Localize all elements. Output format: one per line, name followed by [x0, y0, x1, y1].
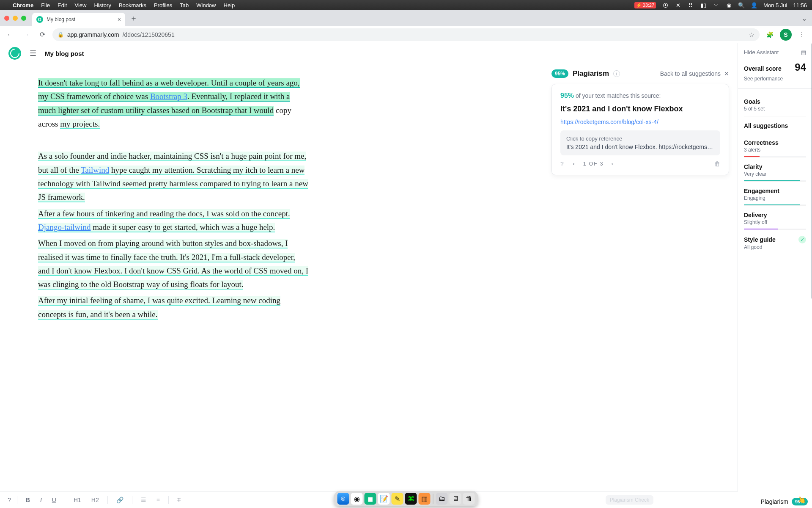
menubar-time[interactable]: 11:56 — [793, 2, 807, 8]
profile-avatar[interactable]: S — [780, 29, 792, 41]
overall-score[interactable]: Overall score 94 — [744, 61, 806, 73]
address-bar[interactable]: 🔒 app.grammarly.com/ddocs/1215020651 ☆ — [52, 28, 760, 41]
dock-terminal-icon[interactable]: ⌘ — [405, 493, 417, 505]
back-to-suggestions[interactable]: Back to all suggestions ✕ — [660, 70, 729, 77]
lock-icon[interactable]: 🔒 — [58, 32, 64, 38]
spotlight-icon[interactable]: 🔍 — [738, 2, 745, 8]
bulleted-list-button[interactable]: ≡ — [154, 496, 162, 504]
new-tab-button[interactable]: ＋ — [128, 12, 140, 24]
h1-button[interactable]: H1 — [71, 496, 84, 504]
dock-trash-icon[interactable]: 🗑 — [463, 493, 475, 505]
pager-prev-icon[interactable]: ‹ — [573, 161, 576, 167]
plagiarism-footer-chip[interactable]: Plagiarism 95% 👆 — [761, 498, 808, 505]
bookmark-star-icon[interactable]: ☆ — [749, 31, 754, 38]
text-fragment[interactable]: When I moved on from playing around with… — [38, 239, 308, 290]
plagiarism-panel: 95% Plagiarism i Back to all suggestions… — [543, 64, 738, 508]
checkmark-icon: ✓ — [798, 236, 806, 243]
sidebar-layout-icon[interactable]: ▤ — [801, 49, 806, 55]
bold-button[interactable]: B — [23, 496, 33, 504]
chrome-tab-strip: G My blog post × ＋ ⌄ — [0, 10, 812, 26]
correctness-block[interactable]: Correctness 3 alerts — [744, 137, 806, 157]
menu-help[interactable]: Help — [224, 2, 235, 8]
close-icon[interactable]: ✕ — [724, 70, 729, 77]
assistant-sidebar: Hide Assistant ▤ Overall score 94 See pe… — [738, 43, 812, 508]
chrome-menu-button[interactable]: ⋮ — [796, 29, 808, 41]
window-minimize-button[interactable] — [13, 16, 18, 21]
plagiarism-card: 95% of your text matches this source: It… — [551, 84, 729, 175]
menu-file[interactable]: File — [41, 2, 50, 8]
menu-tab[interactable]: Tab — [180, 2, 189, 8]
reference-box[interactable]: Click to copy reference It's 2021 and I … — [560, 130, 720, 155]
see-performance-link[interactable]: See performance — [744, 76, 806, 82]
dock-stickies-icon[interactable]: ✎ — [392, 493, 403, 505]
clarity-block[interactable]: Clarity Very clear — [744, 161, 806, 182]
numbered-list-button[interactable]: ☰ — [138, 496, 149, 504]
editor-scroll[interactable]: It doesn't take long to fall behind as a… — [0, 64, 543, 508]
info-icon[interactable]: i — [613, 70, 620, 77]
engagement-sub: Engaging — [744, 195, 806, 201]
h2-button[interactable]: H2 — [89, 496, 102, 504]
battery-icon[interactable]: ▮▯ — [700, 2, 707, 8]
battery-timer-badge[interactable]: ⚡03:27 — [634, 2, 656, 8]
link-bootstrap3[interactable]: Bootstrap 3 — [150, 92, 187, 102]
window-close-button[interactable] — [4, 16, 9, 21]
menu-window[interactable]: Window — [196, 2, 216, 8]
control-center-icon[interactable]: ◉ — [725, 2, 732, 8]
underline-button[interactable]: U — [49, 496, 59, 504]
extensions-icon[interactable]: 🧩 — [764, 31, 776, 38]
grammarly-logo-icon[interactable] — [8, 47, 21, 60]
correctness-sub: 3 alerts — [744, 147, 806, 153]
goals-block[interactable]: Goals 5 of 5 set — [744, 96, 806, 116]
pager-next-icon[interactable]: › — [611, 161, 614, 167]
status-x-icon[interactable]: ✕ — [675, 2, 681, 8]
dock-app2-icon[interactable]: ▥ — [419, 493, 431, 505]
link-tailwind[interactable]: Tailwind — [81, 166, 109, 175]
dock-folder-icon[interactable]: 🗂 — [436, 493, 448, 505]
nav-back-button[interactable]: ← — [4, 29, 16, 41]
goals-title: Goals — [744, 98, 806, 105]
clear-format-button[interactable]: T — [175, 496, 184, 504]
plagiarism-header: 95% Plagiarism i Back to all suggestions… — [551, 69, 729, 78]
document-body[interactable]: It doesn't take long to fall behind as a… — [38, 76, 309, 321]
menu-view[interactable]: View — [74, 2, 86, 8]
trash-icon[interactable]: 🗑 — [714, 160, 720, 167]
engagement-block[interactable]: Engagement Engaging — [744, 185, 806, 206]
document-outline-button[interactable]: ☰ — [27, 48, 39, 58]
help-icon[interactable]: ? — [8, 497, 11, 503]
help-icon[interactable]: ? — [560, 160, 564, 167]
text-fragment[interactable]: my projects. — [60, 119, 100, 129]
status-dots-icon[interactable]: ⠿ — [687, 2, 694, 8]
menu-bookmarks[interactable]: Bookmarks — [119, 2, 146, 8]
user-switch-icon[interactable]: 👤 — [751, 2, 757, 8]
link-django-tailwind[interactable]: Django-tailwind — [38, 223, 91, 232]
menu-profiles[interactable]: Profiles — [154, 2, 172, 8]
dock-chrome-icon[interactable]: ◉ — [351, 493, 363, 505]
lightning-icon[interactable]: ⦿ — [662, 2, 669, 8]
delivery-block[interactable]: Delivery Slightly off — [744, 209, 806, 230]
text-fragment[interactable]: After a few hours of tinkering and readi… — [38, 209, 290, 219]
window-zoom-button[interactable] — [21, 16, 26, 21]
menubar-date[interactable]: Mon 5 Jul — [763, 2, 787, 8]
italic-button[interactable]: I — [38, 496, 44, 504]
document-title[interactable]: My blog post — [45, 50, 84, 57]
chrome-tab-overflow-icon[interactable]: ⌄ — [801, 14, 807, 22]
browser-tab-title: My blog post — [47, 17, 75, 22]
wifi-icon[interactable]: ⌔ — [713, 2, 719, 8]
text-fragment[interactable]: After my initial feeling of shame, I was… — [38, 296, 280, 319]
menubar-app-name[interactable]: Chrome — [13, 2, 33, 8]
nav-reload-button[interactable]: ⟳ — [36, 29, 48, 41]
all-suggestions-block[interactable]: All suggestions — [744, 120, 806, 133]
text-fragment[interactable]: made it super easy to get started, which… — [91, 223, 275, 232]
menu-edit[interactable]: Edit — [58, 2, 67, 8]
browser-tab[interactable]: G My blog post × — [32, 13, 125, 26]
dock-finder-icon[interactable]: ☺ — [337, 493, 349, 505]
dock-notes-icon[interactable]: 📝 — [378, 493, 390, 505]
style-guide-block[interactable]: Style guide ✓ All good — [744, 233, 806, 254]
source-url[interactable]: https://rocketgems.com/blog/col-xs-4/ — [560, 119, 720, 125]
dock-screens-icon[interactable]: 🖥 — [450, 493, 461, 505]
hide-assistant-button[interactable]: Hide Assistant — [744, 49, 779, 55]
link-button[interactable]: 🔗 — [114, 496, 126, 504]
menu-history[interactable]: History — [94, 2, 111, 8]
tab-close-icon[interactable]: × — [118, 16, 121, 23]
dock-app-icon[interactable]: ◼ — [365, 493, 376, 505]
